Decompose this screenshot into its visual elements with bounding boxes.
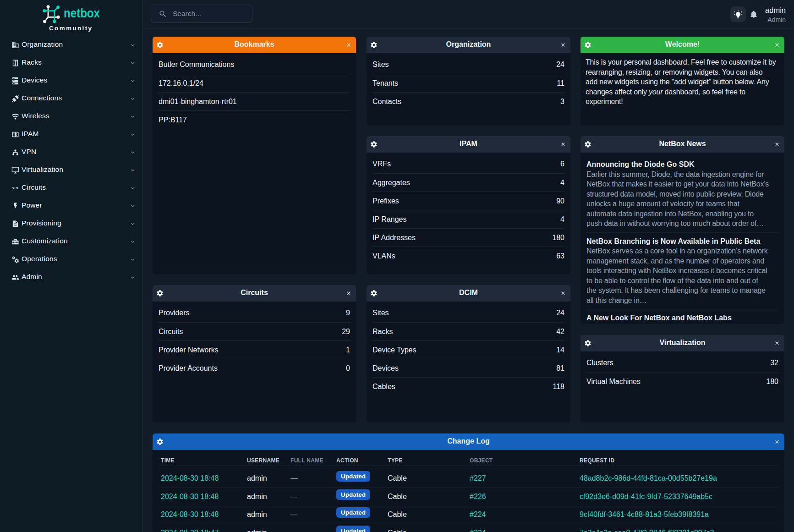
svg-text:netbox: netbox [64,6,100,20]
svg-text:Community: Community [49,25,93,32]
